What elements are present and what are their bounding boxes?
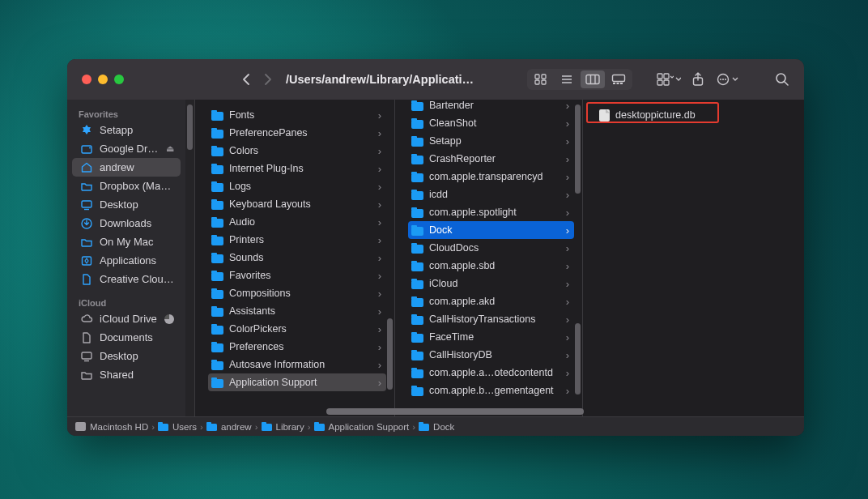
folder-item[interactable]: Sounds› — [208, 249, 386, 267]
desktop-icon — [80, 198, 93, 211]
chevron-right-icon: › — [378, 252, 381, 264]
item-label: com.apple.spotlight — [429, 207, 517, 218]
folder-item[interactable]: Favorites› — [208, 267, 386, 284]
folder-item[interactable]: Compositions› — [208, 284, 386, 302]
horizontal-scrollbar[interactable] — [195, 408, 799, 415]
folder-icon — [411, 279, 423, 289]
actions-button[interactable] — [715, 70, 739, 89]
sidebar-item-label: Creative Clou… — [100, 273, 174, 285]
minimize-button[interactable] — [98, 75, 108, 84]
group-button[interactable] — [657, 70, 681, 89]
share-button[interactable] — [686, 70, 710, 89]
sidebar-item[interactable]: Documents — [72, 328, 181, 347]
sidebar-item[interactable]: andrew — [72, 158, 181, 177]
folder-item[interactable]: Printers› — [208, 231, 386, 249]
sidebar-item[interactable]: Applications — [72, 251, 181, 270]
folder-icon — [211, 377, 223, 388]
folder-item[interactable]: CallHistoryDB› — [408, 346, 574, 364]
path-crumb[interactable]: Dock — [419, 422, 454, 432]
folder-item[interactable]: CleanShot› — [408, 114, 574, 132]
folder-icon — [211, 146, 223, 156]
svg-rect-14 — [657, 74, 662, 79]
eject-icon[interactable]: ⏏ — [166, 143, 174, 154]
folder-item[interactable]: iCloud› — [408, 275, 574, 292]
forward-button[interactable] — [257, 69, 278, 90]
folder-item[interactable]: com.apple.akd› — [408, 292, 574, 310]
folder-item[interactable]: Preferences› — [208, 338, 386, 356]
chevron-right-icon: › — [200, 422, 203, 432]
folder-item[interactable]: ColorPickers› — [208, 320, 386, 338]
back-button[interactable] — [236, 69, 257, 90]
folder-item[interactable]: PreferencePanes› — [208, 124, 386, 142]
sidebar-item[interactable]: Desktop — [72, 347, 181, 365]
path-crumb[interactable]: Users — [158, 422, 197, 432]
folder-item[interactable]: Autosave Information› — [208, 356, 386, 373]
folder-item[interactable]: com.apple.b…gementagent› — [408, 382, 574, 399]
folder-item[interactable]: Internet Plug-Ins› — [208, 160, 386, 177]
gallery-view-button[interactable] — [606, 70, 631, 88]
chevron-right-icon: › — [566, 117, 569, 130]
list-view-button[interactable] — [555, 70, 579, 88]
close-button[interactable] — [82, 75, 91, 84]
item-label: Bartender — [429, 100, 474, 111]
chevron-right-icon: › — [378, 234, 381, 246]
folder-item[interactable]: com.apple.spotlight› — [408, 203, 574, 221]
path-crumb[interactable]: Library — [262, 422, 304, 432]
chevron-right-icon: › — [566, 242, 569, 254]
column-1[interactable]: Fonts›PreferencePanes›Colors›Internet Pl… — [195, 100, 394, 416]
svg-rect-25 — [82, 146, 91, 153]
folder-item[interactable]: Logs› — [208, 177, 386, 195]
sidebar-item[interactable]: On My Mac — [72, 232, 181, 251]
folder-item[interactable]: Setapp› — [408, 132, 574, 150]
item-label: Printers — [229, 234, 264, 245]
path-crumb[interactable]: andrew — [206, 422, 252, 432]
folder-item[interactable]: CallHistoryTransactions› — [408, 310, 574, 328]
sidebar-item[interactable]: Setapp — [72, 121, 181, 139]
item-label: CloudDocs — [429, 242, 479, 254]
folder-item[interactable]: Dock› — [408, 221, 574, 239]
folder-item[interactable]: com.apple.transparencyd› — [408, 168, 574, 186]
folder-icon — [211, 360, 223, 370]
column-2[interactable]: Bartender›CleanShot›Setapp›CrashReporter… — [394, 100, 582, 416]
path-crumb[interactable]: Macintosh HD — [75, 422, 148, 432]
folder-item[interactable]: Bartender› — [408, 100, 574, 114]
folder-item[interactable]: FaceTime› — [408, 328, 574, 346]
folder-item[interactable]: CloudDocs› — [408, 239, 574, 257]
chevron-right-icon: › — [566, 189, 569, 201]
folder-item[interactable]: Colors› — [208, 142, 386, 160]
sidebar-item[interactable]: Google Dr…⏏ — [72, 139, 181, 158]
folder-item[interactable]: Keyboard Layouts› — [208, 195, 386, 213]
sidebar-item[interactable]: Shared — [72, 365, 181, 384]
folder-icon — [211, 288, 223, 299]
sidebar-item[interactable]: Desktop — [72, 195, 181, 214]
folder-icon — [211, 324, 223, 335]
sidebar-item[interactable]: Downloads — [72, 214, 181, 232]
folder-item[interactable]: com.apple.sbd› — [408, 257, 574, 275]
folder-item[interactable]: Application Support› — [208, 373, 386, 391]
search-button[interactable] — [770, 70, 794, 89]
folder-item[interactable]: CrashReporter› — [408, 150, 574, 168]
column-3[interactable]: desktoppicture.db — [582, 100, 772, 416]
svg-rect-17 — [664, 80, 669, 85]
folder-item[interactable]: Fonts› — [208, 106, 386, 124]
item-label: Keyboard Layouts — [229, 198, 311, 210]
chevron-right-icon: › — [378, 198, 381, 211]
zoom-button[interactable] — [114, 75, 124, 84]
item-label: Compositions — [229, 288, 291, 299]
sidebar-item[interactable]: Dropbox (Ma… — [72, 177, 181, 195]
item-label: iCloud — [429, 278, 457, 289]
folder-item[interactable]: icdd› — [408, 186, 574, 203]
file-icon — [80, 273, 93, 286]
column-view-button[interactable] — [581, 70, 605, 88]
folder-item[interactable]: Assistants› — [208, 302, 386, 320]
path-crumb[interactable]: Application Support — [314, 422, 410, 432]
sidebar-item[interactable]: iCloud Drive — [72, 309, 181, 328]
chevron-right-icon: › — [566, 331, 569, 343]
icon-view-button[interactable] — [529, 70, 553, 88]
item-label: FaceTime — [429, 331, 474, 343]
svg-rect-12 — [617, 83, 619, 84]
file-icon — [80, 331, 93, 344]
folder-item[interactable]: Audio› — [208, 213, 386, 231]
sidebar-item[interactable]: Creative Clou… — [72, 270, 181, 288]
folder-item[interactable]: com.apple.a…otedcontentd› — [408, 364, 574, 382]
